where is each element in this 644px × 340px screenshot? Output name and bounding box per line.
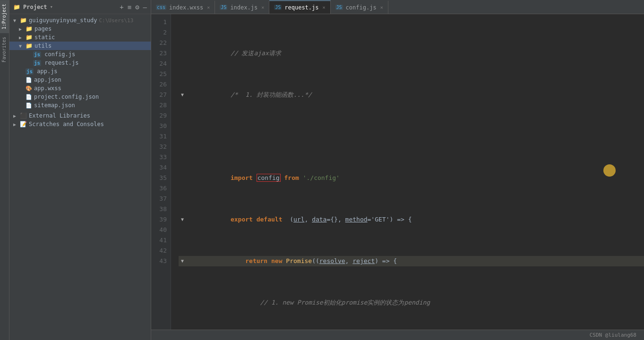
tree-item-app-json[interactable]: 📄 app.json: [9, 76, 151, 84]
sidebar-header: 📁 Project ▾ + ≡ ⚙ —: [9, 0, 151, 14]
line-num-28: 28: [155, 100, 167, 110]
tree-item-app-wxss[interactable]: 🎨 app.wxss: [9, 84, 151, 93]
code-editor[interactable]: 1 2 22 23 24 25 26 27 28 29 30 31 32 33 …: [151, 14, 644, 330]
sidebar-title-text: Project: [23, 4, 47, 10]
fold-25[interactable]: ▼: [179, 256, 186, 266]
main-container: 📁 Project ▾ + ≡ ⚙ — ▼ 📁 guiguyunyinyue_s…: [9, 0, 644, 340]
add-icon[interactable]: +: [120, 3, 123, 11]
code-text-24: export default (url, data={}, method='GE…: [186, 204, 644, 235]
js-icon-app: js: [26, 68, 34, 75]
tree-label-app-js: app.js: [37, 68, 57, 75]
line-num-25: 25: [155, 69, 167, 79]
close-tab-config-js[interactable]: ✕: [380, 5, 383, 10]
tree-item-request-js[interactable]: js request.js: [9, 59, 151, 67]
highlight-config: config: [257, 174, 281, 182]
settings-icon[interactable]: ⚙: [135, 3, 139, 11]
tree-item-root[interactable]: ▼ 📁 guiguyunyinyue_study C:\Users\13: [9, 16, 151, 25]
tree-label-project-config: project.config.json: [34, 94, 99, 100]
tree-label-utils: utils: [34, 42, 52, 49]
code-line-1: // 发送ajax请求: [179, 48, 644, 59]
code-text-25: return new Promise((resolve, reject) => …: [186, 246, 644, 277]
fold-2[interactable]: ▼: [179, 90, 186, 100]
tree-label-sitemap: sitemap.json: [34, 102, 75, 109]
tab-index-js[interactable]: JS index.js ✕: [215, 0, 269, 14]
code-line-25: ▼ return new Promise((resolve, reject) =…: [179, 256, 644, 266]
close-tab-index-js[interactable]: ✕: [261, 5, 264, 10]
line-num-31: 31: [155, 131, 167, 142]
wxss-tab-icon: css: [156, 5, 166, 10]
tree-item-utils[interactable]: ▼ 📁 utils: [9, 42, 151, 50]
tree-item-scratches[interactable]: ▶ 📝 Scratches and Consoles: [9, 120, 151, 128]
json-icon-project: 📄: [26, 94, 32, 100]
tab-config-js[interactable]: JS config.js ✕: [331, 0, 388, 14]
line-num-34: 34: [155, 162, 167, 173]
js-icon-config: js: [33, 51, 41, 58]
tab-request-js[interactable]: JS request.js ✕: [269, 0, 330, 14]
line-num-36: 36: [155, 183, 167, 194]
tree-item-pages[interactable]: ▶ 📁 pages: [9, 25, 151, 33]
vertical-tab-bar: 1:Project Favorites: [0, 0, 9, 340]
fold-24[interactable]: ▼: [179, 214, 186, 225]
branding-text: CSDN @liulang68: [590, 332, 636, 338]
line-num-41: 41: [155, 235, 167, 246]
code-line-23: import config from './config': [179, 173, 644, 183]
close-tab-request-js[interactable]: ✕: [323, 5, 326, 10]
line-num-24: 24: [155, 59, 167, 69]
tree-label-ext-lib: External Libraries: [29, 112, 90, 119]
code-text-2: /* 1. 封装功能函数...*/: [186, 79, 644, 110]
js-tab-icon-config: JS: [335, 5, 343, 10]
json-icon-app: 📄: [26, 77, 32, 83]
folder-icon: 📁: [13, 4, 20, 10]
tabs-bar: css index.wxss ✕ JS index.js ✕ JS reques…: [151, 0, 644, 14]
line-num-2: 2: [155, 27, 167, 38]
tree-item-ext-lib[interactable]: ▶ ⬛ External Libraries: [9, 111, 151, 120]
line-num-26: 26: [155, 79, 167, 90]
line-numbers: 1 2 22 23 24 25 26 27 28 29 30 31 32 33 …: [151, 14, 171, 330]
line-num-32: 32: [155, 142, 167, 152]
tree-arrow-root: ▼: [13, 18, 19, 23]
js-tab-icon-request: JS: [274, 5, 282, 10]
minimize-icon[interactable]: —: [143, 3, 147, 11]
line-num-39: 39: [155, 214, 167, 225]
line-num-29: 29: [155, 110, 167, 121]
tree-label-app-json: app.json: [34, 76, 61, 83]
tab-label-config-js: config.js: [346, 4, 377, 11]
tree-label-app-wxss: app.wxss: [34, 85, 61, 92]
project-tree: ▼ 📁 guiguyunyinyue_study C:\Users\13 ▶ 📁…: [9, 14, 151, 340]
tree-arrow-scratches: ▶: [13, 122, 19, 127]
tree-item-app-js[interactable]: js app.js: [9, 67, 151, 76]
collapse-icon[interactable]: ≡: [128, 3, 131, 11]
close-tab-index-wxss[interactable]: ✕: [207, 5, 210, 10]
tree-label-static: static: [34, 34, 55, 41]
line-num-33: 33: [155, 152, 167, 162]
tree-arrow-static: ▶: [19, 35, 25, 40]
tree-item-project-config[interactable]: 📄 project.config.json: [9, 93, 151, 101]
line-num-35: 35: [155, 173, 167, 183]
favorites-tab[interactable]: Favorites: [0, 33, 9, 66]
line-num-40: 40: [155, 225, 167, 235]
tree-label-pages: pages: [34, 26, 52, 32]
editor-area: css index.wxss ✕ JS index.js ✕ JS reques…: [151, 0, 644, 340]
folder-open-icon: 📁: [20, 17, 27, 24]
tree-item-config-js[interactable]: js config.js: [9, 50, 151, 59]
tree-label-request-js: request.js: [44, 60, 78, 66]
line-num-43: 43: [155, 256, 167, 266]
code-line-26: // 1. new Promise初始化promise实例的状态为pending: [179, 298, 644, 308]
project-tab[interactable]: 1:Project: [0, 0, 9, 33]
sidebar-header-icons: + ≡ ⚙ —: [120, 3, 147, 11]
code-content[interactable]: // 发送ajax请求 ▼ /* 1. 封装功能函数...*/: [171, 14, 644, 330]
tree-item-sitemap[interactable]: 📄 sitemap.json: [9, 101, 151, 110]
code-text-1: // 发送ajax请求: [186, 38, 644, 69]
line-num-38: 38: [155, 204, 167, 214]
line-num-37: 37: [155, 194, 167, 204]
line-num-23: 23: [155, 48, 167, 59]
line-num-1: 1: [155, 17, 167, 27]
code-line-22: [179, 131, 644, 142]
tree-label-scratches: Scratches and Consoles: [29, 121, 104, 128]
ext-lib-icon: ⬛: [20, 112, 27, 119]
code-text-26: // 1. new Promise初始化promise实例的状态为pending: [186, 287, 644, 318]
tree-item-static[interactable]: ▶ 📁 static: [9, 33, 151, 42]
tab-label-index-js: index.js: [230, 4, 258, 11]
tree-label-config-js: config.js: [44, 51, 75, 58]
tab-index-wxss[interactable]: css index.wxss ✕: [151, 0, 215, 14]
